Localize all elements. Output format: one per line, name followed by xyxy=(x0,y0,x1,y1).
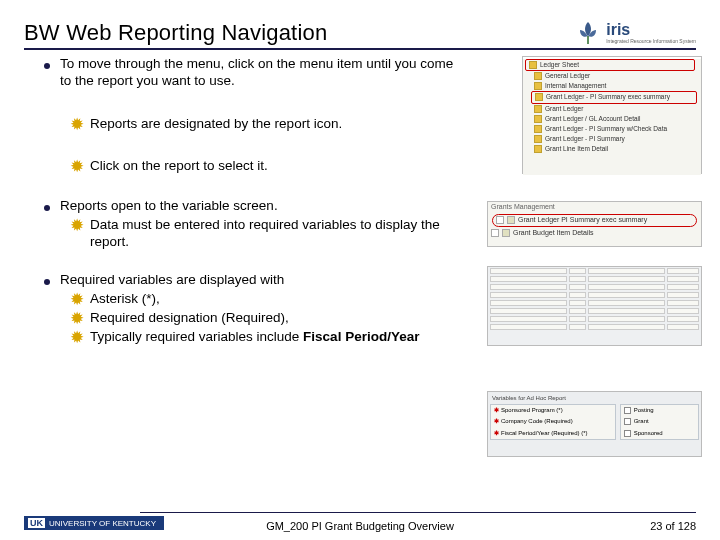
page-title: BW Web Reporting Navigation xyxy=(24,20,327,46)
screenshot-select-panel: Grants Management Grant Ledger PI Summar… xyxy=(487,201,702,247)
sub-bullet-item: ✹ Required designation (Required), xyxy=(70,310,470,328)
screenshot-nav-tree: Ledger Sheet General Ledger Internal Man… xyxy=(522,56,702,174)
bullet-dot-icon xyxy=(44,279,50,285)
sub-bullet-text: Reports are designated by the report ico… xyxy=(90,116,342,133)
sub-bullet-item: ✹ Data must be entered into required var… xyxy=(70,217,470,251)
bullet-text: To move through the menu, click on the m… xyxy=(60,56,460,90)
iris-logo-text: iris xyxy=(606,21,696,39)
star-icon: ✹ xyxy=(70,158,88,176)
star-icon: ✹ xyxy=(70,310,88,328)
slide-footer: UKUNIVERSITY OF KENTUCKY GM_200 PI Grant… xyxy=(0,512,720,534)
bullet-dot-icon xyxy=(44,205,50,211)
star-icon: ✹ xyxy=(70,291,88,309)
sub-bullet-item: ✹ Typically required variables include F… xyxy=(70,329,470,347)
star-icon: ✹ xyxy=(70,217,88,235)
footer-title: GM_200 PI Grant Budgeting Overview xyxy=(266,520,454,532)
iris-logo: iris Integrated Resource Information Sys… xyxy=(574,18,696,46)
iris-flower-icon xyxy=(574,18,602,46)
sub-bullet-text: Data must be entered into required varia… xyxy=(90,217,470,251)
iris-logo-subtext: Integrated Resource Information System xyxy=(606,39,696,44)
sub-bullet-text: Typically required variables include Fis… xyxy=(90,329,419,346)
screenshot-required-vars: Variables for Ad Hoc Report ✱Sponsored P… xyxy=(487,391,702,457)
star-icon: ✹ xyxy=(70,116,88,134)
sub-bullet-item: ✹ Reports are designated by the report i… xyxy=(70,116,470,134)
bullet-text: Required variables are displayed with xyxy=(60,272,460,289)
sub-bullet-item: ✹ Click on the report to select it. xyxy=(70,158,470,176)
sub-bullet-text: Required designation (Required), xyxy=(90,310,289,327)
screenshot-variable-form xyxy=(487,266,702,346)
star-icon: ✹ xyxy=(70,329,88,347)
sub-bullet-item: ✹ Asterisk (*), xyxy=(70,291,470,309)
emphasis-text: Fiscal Period/Year xyxy=(303,329,419,344)
bullet-text: Reports open to the variable screen. xyxy=(60,198,460,215)
sub-bullet-text: Asterisk (*), xyxy=(90,291,160,308)
footer-page-number: 23 of 128 xyxy=(650,520,696,532)
sub-bullet-text: Click on the report to select it. xyxy=(90,158,268,175)
footer-org-badge: UKUNIVERSITY OF KENTUCKY xyxy=(24,516,164,530)
bullet-dot-icon xyxy=(44,63,50,69)
